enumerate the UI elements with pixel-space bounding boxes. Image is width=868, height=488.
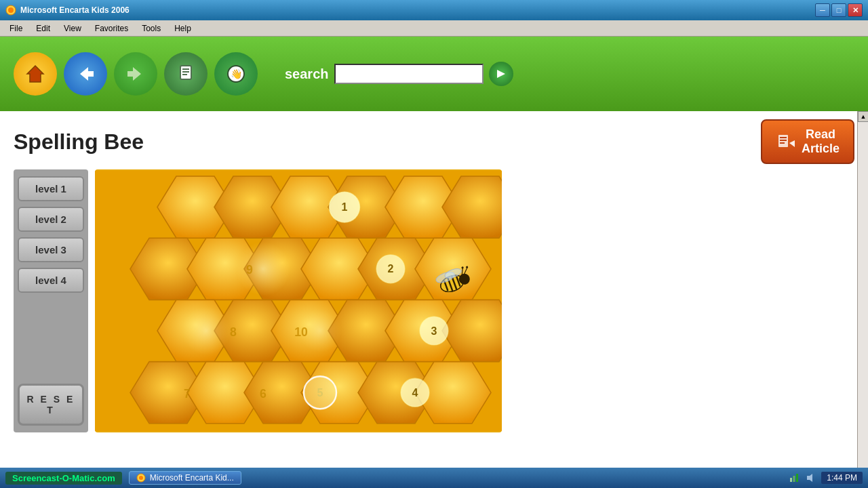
svg-rect-77 <box>793 476 795 482</box>
taskbar-window-button[interactable]: Microsoft Encarta Kid... <box>129 471 241 485</box>
read-article-button[interactable]: ReadArticle <box>761 119 854 164</box>
title-bar: Microsoft Encarta Kids 2006 ─ □ ✕ <box>0 0 868 20</box>
svg-marker-16 <box>789 140 795 147</box>
menu-file[interactable]: File <box>3 22 29 35</box>
encarta-icon <box>136 473 146 483</box>
svg-text:1: 1 <box>342 201 348 213</box>
home-button[interactable] <box>14 52 57 96</box>
level-4-button[interactable]: level 4 <box>18 268 84 293</box>
search-go-button[interactable] <box>489 62 513 86</box>
forward-button[interactable] <box>114 52 157 96</box>
network-icon <box>789 472 800 483</box>
menu-bar: File Edit View Favorites Tools Help <box>0 20 868 37</box>
level-3-button[interactable]: level 3 <box>18 237 84 262</box>
svg-marker-79 <box>807 474 812 482</box>
back-button[interactable] <box>64 52 107 96</box>
menu-favorites[interactable]: Favorites <box>88 22 135 35</box>
honeycomb-container[interactable]: 1 9 2 8 10 3 7 4 5 <box>95 169 502 432</box>
svg-text:10: 10 <box>294 325 308 339</box>
screencast-label: Screencast-O-Matic.com <box>5 472 122 485</box>
minimize-button[interactable]: ─ <box>815 3 830 17</box>
toolbar: 👋 search <box>0 37 868 111</box>
svg-marker-11 <box>497 70 505 78</box>
svg-marker-3 <box>80 67 94 81</box>
maximize-button[interactable]: □ <box>831 3 846 17</box>
svg-text:4: 4 <box>412 387 418 399</box>
svg-rect-13 <box>780 137 787 138</box>
page-title: Spelling Bee <box>14 129 144 155</box>
level-2-button[interactable]: level 2 <box>18 207 84 232</box>
taskbar: Screencast-O-Matic.com Microsoft Encarta… <box>0 468 868 488</box>
menu-edit[interactable]: Edit <box>29 22 57 35</box>
read-article-label: ReadArticle <box>802 127 840 156</box>
svg-text:2: 2 <box>388 263 394 274</box>
svg-rect-8 <box>182 74 187 75</box>
svg-text:5: 5 <box>317 387 323 399</box>
svg-text:8: 8 <box>230 325 237 339</box>
svg-text:3: 3 <box>431 325 437 337</box>
sidebar: level 1 level 2 level 3 level 4 R E S E … <box>14 169 88 432</box>
svg-point-75 <box>139 476 143 480</box>
menu-tools[interactable]: Tools <box>135 22 167 35</box>
svg-text:7: 7 <box>184 387 191 401</box>
svg-point-1 <box>8 7 14 13</box>
svg-text:9: 9 <box>246 263 253 277</box>
svg-rect-7 <box>182 71 189 73</box>
svg-rect-15 <box>780 142 785 144</box>
copy-button[interactable] <box>164 52 208 96</box>
menu-help[interactable]: Help <box>167 22 198 35</box>
svg-rect-78 <box>796 474 798 482</box>
svg-point-42 <box>236 242 290 296</box>
volume-icon <box>805 472 816 483</box>
svg-rect-14 <box>780 140 787 141</box>
svg-marker-4 <box>127 67 141 81</box>
scrollbar[interactable]: ▲ ▼ <box>857 111 868 488</box>
svg-marker-2 <box>27 66 43 82</box>
main-area: Spelling Bee ReadArticle level 1 level 2… <box>0 111 868 488</box>
game-area: level 1 level 2 level 3 level 4 R E S E … <box>0 169 868 439</box>
reset-button[interactable]: R E S E T <box>18 384 84 426</box>
svg-text:👋: 👋 <box>231 68 243 80</box>
level-1-button[interactable]: level 1 <box>18 176 84 201</box>
menu-view[interactable]: View <box>57 22 88 35</box>
search-label: search <box>285 66 329 82</box>
page-header: Spelling Bee ReadArticle <box>0 111 868 169</box>
window-controls[interactable]: ─ □ ✕ <box>815 3 863 17</box>
scroll-up-button[interactable]: ▲ <box>858 111 868 122</box>
reference-button[interactable]: 👋 <box>214 52 258 96</box>
svg-rect-76 <box>790 478 792 482</box>
honeycomb-svg: 1 9 2 8 10 3 7 4 5 <box>95 169 502 432</box>
svg-text:6: 6 <box>260 387 267 401</box>
svg-rect-6 <box>182 68 189 70</box>
clock: 1:44 PM <box>821 472 863 484</box>
svg-point-43 <box>182 306 231 355</box>
close-button[interactable]: ✕ <box>848 3 863 17</box>
app-icon <box>5 5 16 16</box>
scroll-track <box>858 122 868 477</box>
taskbar-window-label: Microsoft Encarta Kid... <box>150 473 234 483</box>
window-title: Microsoft Encarta Kids 2006 <box>20 5 815 15</box>
search-area: search <box>285 62 513 86</box>
taskbar-right: 1:44 PM <box>789 472 863 484</box>
search-input[interactable] <box>334 64 484 84</box>
